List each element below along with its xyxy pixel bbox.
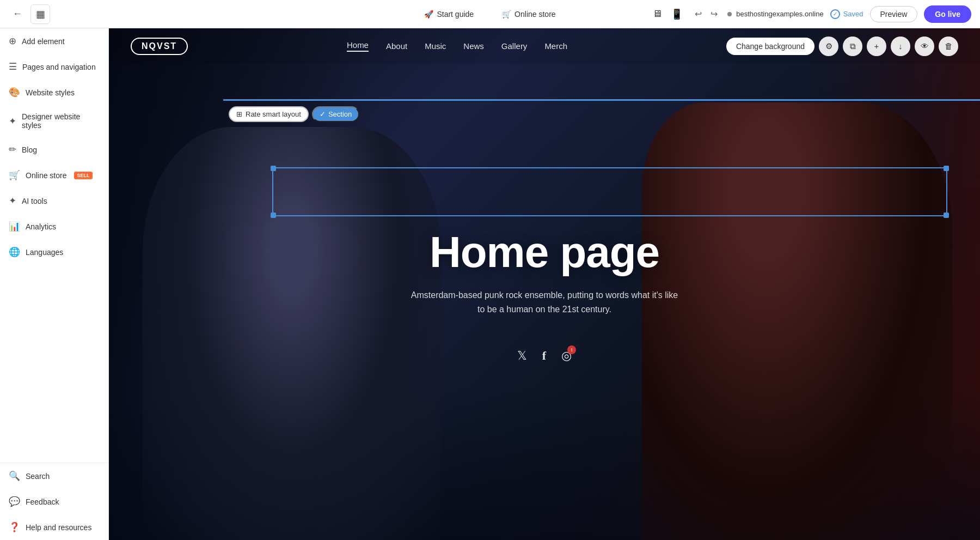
undo-button[interactable]: ↩ — [691, 7, 705, 21]
golive-button[interactable]: Go live — [924, 5, 971, 23]
pages-icon: ☰ — [9, 61, 17, 72]
sidebar-item-blog[interactable]: ✏ Blog — [0, 137, 108, 162]
mobile-device-button[interactable]: 📱 — [669, 6, 685, 22]
twitter-social-button[interactable]: 𝕏 — [517, 349, 527, 363]
site-nav-music[interactable]: Music — [425, 41, 446, 51]
sidebar-item-designer-styles[interactable]: ✦ Designer website styles — [0, 105, 108, 137]
cart-icon: 🛒 — [502, 10, 511, 19]
site-logo: NQVST — [131, 38, 188, 55]
sidebar-item-website-styles[interactable]: 🎨 Website styles — [0, 80, 108, 105]
domain-label: besthostingexamples.online — [736, 10, 823, 18]
topbar-right: 🖥 📱 ↩ ↪ besthostingexamples.online ✓ Sav… — [650, 5, 971, 23]
website-preview: NQVST Home About Music News Gallery Merc… — [109, 28, 980, 540]
social-icons: 𝕏 f ◎ ! — [517, 349, 572, 363]
site-nav-right: Change background ⚙ ⧉ + ↓ 👁 🗑 — [726, 37, 958, 56]
styles-icon: 🎨 — [9, 87, 20, 98]
saved-label: Saved — [843, 10, 863, 18]
rate-smart-layout-button[interactable]: ⊞ Rate smart layout — [229, 106, 309, 122]
sidebar-item-online-store[interactable]: 🛒 Online store SELL — [0, 162, 108, 188]
online-store-button[interactable]: 🛒 Online store — [494, 7, 563, 22]
settings-icon-button[interactable]: ⚙ — [819, 37, 838, 56]
topbar-center: 🚀 Start guide 🛒 Online store — [416, 7, 563, 22]
add-icon-button[interactable]: + — [867, 37, 886, 56]
hero-subtitle: Amsterdam-based punk rock ensemble, putt… — [408, 288, 681, 316]
move-down-icon-button[interactable]: ↓ — [891, 37, 910, 56]
section-pill-button[interactable]: ✓ Section — [312, 106, 359, 122]
ai-icon: ✦ — [9, 195, 16, 207]
sidebar-item-feedback[interactable]: 💬 Feedback — [0, 489, 108, 514]
languages-icon: 🌐 — [9, 246, 20, 258]
site-nav-gallery[interactable]: Gallery — [501, 41, 528, 51]
site-nav-home[interactable]: Home — [347, 40, 369, 52]
rate-smart-pill-group: ⊞ Rate smart layout ✓ Section — [229, 106, 359, 122]
instagram-social-button[interactable]: ◎ ! — [561, 349, 572, 363]
saved-area: ✓ Saved — [830, 9, 863, 19]
sidebar-item-languages[interactable]: 🌐 Languages — [0, 239, 108, 265]
designer-icon: ✦ — [9, 116, 16, 127]
site-nav-merch[interactable]: Merch — [544, 41, 567, 51]
saved-check-icon: ✓ — [830, 9, 840, 19]
sidebar-bottom: 🔍 Search 💬 Feedback ❓ Help and resources — [0, 463, 108, 540]
sell-badge: SELL — [74, 172, 92, 179]
canvas-area[interactable]: NQVST Home About Music News Gallery Merc… — [109, 28, 980, 540]
domain-area: besthostingexamples.online — [727, 10, 823, 18]
hero-content: Home page Amsterdam-based punk rock ense… — [109, 28, 980, 540]
undo-redo-group: ↩ ↪ — [691, 7, 721, 21]
topbar-left: ← ▦ — [9, 4, 50, 24]
domain-status-dot — [727, 12, 732, 16]
twitter-icon: 𝕏 — [517, 349, 527, 362]
copy-icon-button[interactable]: ⧉ — [843, 37, 862, 56]
plus-circle-icon: ⊕ — [9, 35, 16, 47]
change-background-button[interactable]: Change background — [726, 38, 814, 55]
sidebar-item-help-resources[interactable]: ❓ Help and resources — [0, 514, 108, 540]
eye-icon-button[interactable]: 👁 — [915, 37, 934, 56]
panel-toggle-button[interactable]: ▦ — [30, 4, 50, 24]
section-bar — [223, 99, 980, 101]
hero-title: Home page — [430, 227, 659, 277]
help-icon: ❓ — [9, 521, 20, 533]
section-check-icon: ✓ — [320, 110, 326, 118]
analytics-icon: 📊 — [9, 221, 20, 232]
site-nav-about[interactable]: About — [386, 41, 407, 51]
sidebar-item-ai-tools[interactable]: ✦ AI tools — [0, 188, 108, 214]
redo-button[interactable]: ↪ — [707, 7, 721, 21]
search-icon: 🔍 — [9, 470, 20, 482]
facebook-icon: f — [542, 349, 546, 362]
sidebar-item-search[interactable]: 🔍 Search — [0, 463, 108, 489]
rocket-icon: 🚀 — [424, 10, 433, 19]
back-button[interactable]: ← — [9, 5, 26, 23]
delete-icon-button[interactable]: 🗑 — [939, 37, 958, 56]
sidebar: ⊕ Add element ☰ Pages and navigation 🎨 W… — [0, 28, 109, 540]
blog-icon: ✏ — [9, 144, 16, 155]
start-guide-button[interactable]: 🚀 Start guide — [416, 7, 481, 22]
website-nav: NQVST Home About Music News Gallery Merc… — [109, 28, 980, 64]
preview-button[interactable]: Preview — [870, 6, 918, 22]
sidebar-item-analytics[interactable]: 📊 Analytics — [0, 214, 108, 239]
desktop-device-button[interactable]: 🖥 — [650, 6, 664, 22]
instagram-notification-dot: ! — [567, 345, 576, 354]
topbar: ← ▦ 🚀 Start guide 🛒 Online store 🖥 📱 ↩ ↪… — [0, 0, 980, 28]
layout-grid-icon: ⊞ — [236, 110, 242, 118]
sidebar-item-pages-navigation[interactable]: ☰ Pages and navigation — [0, 54, 108, 80]
main-layout: ⊕ Add element ☰ Pages and navigation 🎨 W… — [0, 28, 980, 540]
facebook-social-button[interactable]: f — [542, 349, 546, 363]
site-nav-links: Home About Music News Gallery Merch — [347, 40, 567, 52]
site-nav-news[interactable]: News — [463, 41, 484, 51]
store-icon: 🛒 — [9, 169, 20, 181]
feedback-icon: 💬 — [9, 496, 20, 507]
sidebar-item-add-element[interactable]: ⊕ Add element — [0, 28, 108, 54]
device-buttons: 🖥 📱 — [650, 6, 685, 22]
